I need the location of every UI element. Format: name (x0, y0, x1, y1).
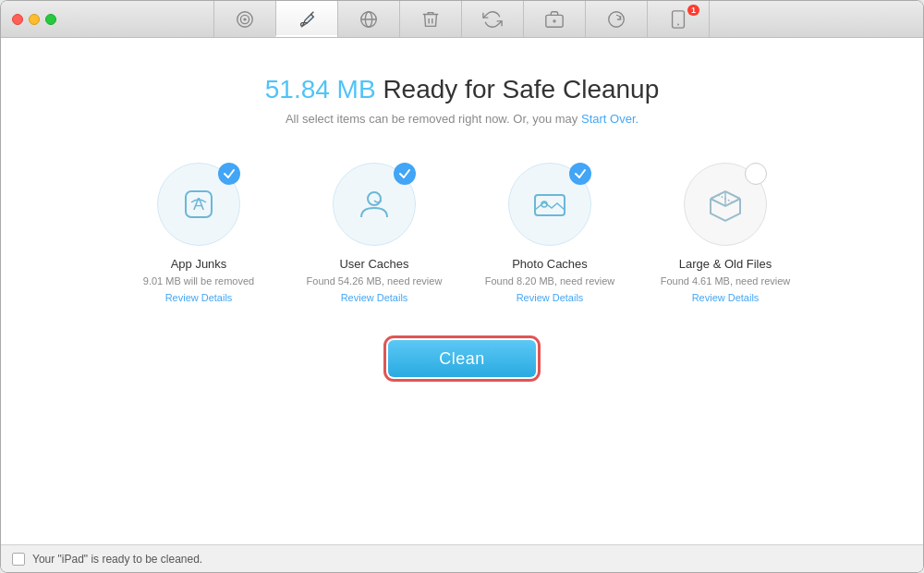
user-caches-title: User Caches (339, 257, 408, 271)
clean-button[interactable]: Clean (388, 340, 536, 377)
clean-button-wrapper: Clean (388, 340, 536, 377)
large-old-files-empty-badge (745, 163, 767, 185)
app-junks-title: App Junks (171, 257, 227, 271)
svg-point-10 (609, 11, 625, 27)
photo-caches-link[interactable]: Review Details (517, 292, 584, 303)
tab-stats[interactable] (585, 1, 648, 37)
headline-size: 51.84 MB (265, 75, 376, 104)
subtitle: All select items can be removed right no… (286, 112, 638, 126)
tab-tools[interactable] (523, 1, 586, 37)
large-old-files-title: Large & Old Files (679, 257, 772, 271)
svg-line-3 (311, 11, 314, 14)
cards-row: A App Junks 9.01 MB will be removed Revi… (125, 163, 799, 303)
app-window: 1 51.84 MB Ready for Safe Cleanup All se… (0, 0, 924, 573)
app-junks-link[interactable]: Review Details (165, 292, 233, 303)
user-caches-desc: Found 54.26 MB, need review (307, 274, 443, 288)
app-junks-check (218, 163, 240, 185)
titlebar: 1 (1, 1, 923, 38)
svg-point-15 (368, 192, 381, 205)
large-old-files-link[interactable]: Review Details (692, 292, 760, 303)
traffic-lights (1, 14, 56, 25)
device-badge: 1 (687, 5, 699, 16)
card-photo-caches: Photo Caches Found 8.20 MB, need review … (476, 163, 624, 303)
tab-privacy[interactable] (337, 1, 400, 37)
user-caches-link[interactable]: Review Details (341, 292, 408, 303)
card-app-junks: A App Junks 9.01 MB will be removed Revi… (125, 163, 273, 303)
app-junks-icon-wrapper: A (157, 163, 240, 246)
tab-cleaner[interactable] (275, 1, 338, 37)
statusbar: Your "iPad" is ready to be cleaned. (1, 544, 923, 572)
tab-trash[interactable] (399, 1, 462, 37)
svg-text:A: A (193, 195, 204, 213)
minimize-button[interactable] (29, 14, 40, 25)
photo-caches-icon-wrapper (508, 163, 591, 246)
main-content: 51.84 MB Ready for Safe Cleanup All sele… (1, 38, 923, 544)
headline-text: Ready for Safe Cleanup (376, 75, 660, 104)
tab-device[interactable]: 1 (647, 1, 710, 37)
card-user-caches: User Caches Found 54.26 MB, need review … (300, 163, 448, 303)
subtitle-text: All select items can be removed right no… (286, 112, 581, 126)
maximize-button[interactable] (45, 14, 56, 25)
photo-caches-check (569, 163, 591, 185)
photo-caches-title: Photo Caches (512, 257, 588, 271)
user-caches-check (394, 163, 416, 185)
start-over-link[interactable]: Start Over. (581, 112, 638, 126)
headline: 51.84 MB Ready for Safe Cleanup (265, 75, 660, 104)
large-old-files-desc: Found 4.61 MB, need review (661, 274, 791, 288)
close-button[interactable] (12, 14, 23, 25)
large-old-files-icon-wrapper (684, 163, 767, 246)
app-junks-desc: 9.01 MB will be removed (143, 274, 254, 288)
toolbar-tabs: 1 (214, 1, 710, 37)
svg-point-2 (244, 18, 246, 20)
statusbar-checkbox[interactable] (12, 553, 25, 566)
tab-recycle[interactable] (461, 1, 524, 37)
photo-caches-desc: Found 8.20 MB, need review (485, 274, 615, 288)
user-caches-icon-wrapper (333, 163, 416, 246)
statusbar-text: Your "iPad" is ready to be cleaned. (32, 553, 202, 566)
tab-overview[interactable] (213, 1, 276, 37)
card-large-old-files: Large & Old Files Found 4.61 MB, need re… (651, 163, 799, 303)
